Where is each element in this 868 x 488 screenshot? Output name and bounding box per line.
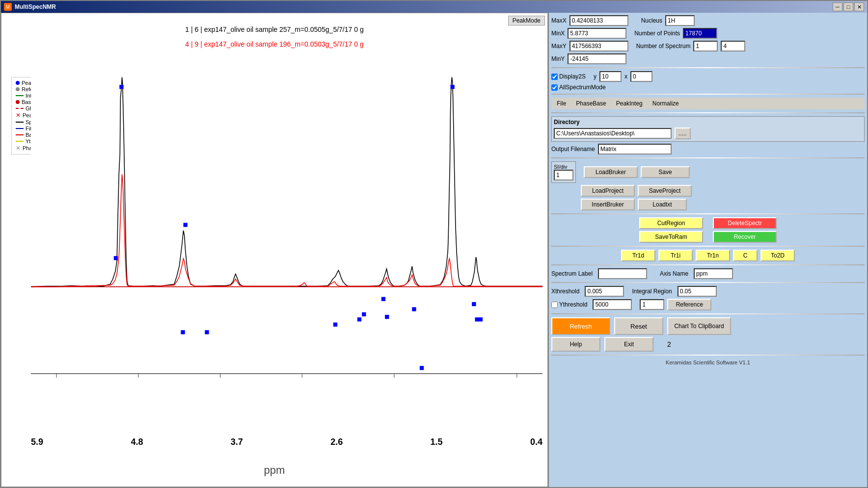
footer-text: Keramidas Scientific Software V1.1 <box>551 359 865 366</box>
load-bruker-button[interactable]: LoadBruker <box>584 166 638 178</box>
directory-path-row: ..... <box>554 128 862 139</box>
display2s-y-input[interactable] <box>599 71 622 82</box>
save-to-ram-button[interactable]: SaveToRam <box>639 231 703 243</box>
maxx-input[interactable] <box>570 15 628 26</box>
exit-button[interactable]: Exit <box>604 337 653 352</box>
divider-7 <box>551 264 865 265</box>
directory-title: Directory <box>554 119 862 126</box>
save-recover-row: SaveToRam Recover <box>551 231 865 243</box>
bottom-num: 2 <box>667 340 671 348</box>
allspectrum-check-label[interactable]: AllSpectrumMode <box>551 84 606 91</box>
cut-delete-row: CutRegion DeleteSpectr <box>551 217 865 229</box>
divider-6 <box>551 246 865 247</box>
display2s-x-input[interactable] <box>630 71 652 82</box>
menu-peakinteg[interactable]: PeakInteg <box>612 99 647 108</box>
reference-button[interactable]: Reference <box>667 299 711 310</box>
svg-rect-7 <box>181 330 185 334</box>
maxx-label: MaxX <box>551 17 567 24</box>
display2s-y-label: y <box>594 73 597 80</box>
maximize-button[interactable]: □ <box>843 2 853 11</box>
svg-rect-12 <box>381 297 385 301</box>
menu-normalize[interactable]: Normalize <box>648 99 683 108</box>
spectrum-label-input[interactable] <box>598 268 647 279</box>
loadtxt-button[interactable]: Loadtxt <box>638 199 687 210</box>
x-tick-6: 0.4 <box>530 437 542 447</box>
peak-mode-label: PeakMode <box>508 16 545 26</box>
legend-baseline-icon <box>16 134 24 135</box>
miny-label: MinY <box>551 55 565 62</box>
reset-button[interactable]: Reset <box>614 317 663 335</box>
recover-button[interactable]: Recover <box>713 231 777 243</box>
tr1d-button[interactable]: Tr1d <box>621 250 655 261</box>
miny-input[interactable] <box>568 53 626 64</box>
directory-group: Directory ..... <box>551 116 865 142</box>
save-button[interactable]: Save <box>641 166 690 178</box>
reference-field-input[interactable] <box>640 299 664 310</box>
refresh-button[interactable]: Refresh <box>551 317 610 335</box>
window-controls: ─ □ ✕ <box>833 2 864 11</box>
tr1n-button[interactable]: Tr1n <box>696 250 730 261</box>
menu-phasebase[interactable]: PhaseBase <box>571 99 610 108</box>
svg-rect-14 <box>412 307 416 311</box>
axis-name-input[interactable] <box>694 268 733 279</box>
title-bar: M MultiSpecNMR ─ □ ✕ <box>1 1 867 13</box>
max-x-row: MaxX Nucleus <box>551 15 865 26</box>
output-filename-row: Output Filename <box>551 144 865 154</box>
main-window: M MultiSpecNMR ─ □ ✕ PeakMode 1 | 6 | ex… <box>0 0 868 488</box>
maxy-input[interactable] <box>570 41 628 51</box>
ythreshold-checkbox[interactable] <box>551 302 558 308</box>
si-div-input[interactable] <box>554 170 573 180</box>
display2s-check-label[interactable]: Display2S <box>551 73 586 80</box>
integral-region-input[interactable] <box>678 286 717 297</box>
allspectrum-checkbox[interactable] <box>551 84 558 91</box>
svg-rect-17 <box>472 302 476 306</box>
minimize-button[interactable]: ─ <box>833 2 842 11</box>
content-area: PeakMode 1 | 6 | exp147_olive oil sample… <box>1 13 867 487</box>
cut-region-button[interactable]: CutRegion <box>639 217 703 229</box>
max-y-row: MaxY Number of Spectrum <box>551 41 865 51</box>
close-button[interactable]: ✕ <box>854 2 864 11</box>
svg-rect-10 <box>357 317 361 321</box>
insert-bruker-button[interactable]: InsertBruker <box>581 199 635 210</box>
ythreshold-input[interactable] <box>593 299 632 310</box>
directory-path-input[interactable] <box>554 128 672 139</box>
divider-10 <box>551 355 865 356</box>
divider-5 <box>551 213 865 214</box>
xthreshold-input[interactable] <box>585 286 624 297</box>
output-filename-input[interactable] <box>598 144 672 154</box>
svg-rect-2 <box>119 85 123 89</box>
maxy-label: MaxY <box>551 43 567 50</box>
ythreshold-check-label[interactable]: Ythreshold <box>551 301 587 308</box>
insert-loadtxt-row: InsertBruker Loadtxt <box>581 199 865 210</box>
legend-int-icon <box>16 95 24 96</box>
tr1i-button[interactable]: Tr1i <box>658 250 693 261</box>
num-spectrum-to-input[interactable] <box>721 41 745 51</box>
load-project-button[interactable]: LoadProject <box>581 185 635 197</box>
divider-3 <box>551 112 865 113</box>
divider-2 <box>551 94 865 95</box>
divider-8 <box>551 282 865 283</box>
svg-rect-18 <box>475 317 479 321</box>
browse-button[interactable]: ..... <box>675 128 691 139</box>
ythreshold-label: Ythreshold <box>559 301 587 308</box>
num-points-input[interactable] <box>683 28 717 39</box>
min-y-row: MinY <box>551 53 865 64</box>
display2s-checkbox[interactable] <box>551 74 558 80</box>
spectrum-label-label: Spectrum Label <box>551 270 593 277</box>
chart-clipboard-button[interactable]: Chart To ClipBoard <box>667 317 731 335</box>
divider-9 <box>551 313 865 314</box>
app-icon: M <box>4 3 12 11</box>
c-button[interactable]: C <box>733 250 758 261</box>
delete-spectr-button[interactable]: DeleteSpectr <box>713 217 777 229</box>
menu-file[interactable]: File <box>552 99 570 108</box>
legend-base-icon <box>16 100 20 104</box>
to2d-button[interactable]: To2D <box>760 250 795 261</box>
si-div-box: SI/div <box>551 161 576 183</box>
nucleus-input[interactable] <box>665 15 695 26</box>
minx-input[interactable] <box>568 28 626 39</box>
legend-peak-icon <box>16 81 20 85</box>
x-axis-label: ppm <box>1 464 547 477</box>
num-spectrum-from-input[interactable] <box>693 41 718 51</box>
help-button[interactable]: Help <box>551 337 600 352</box>
save-project-button[interactable]: SaveProject <box>638 185 692 197</box>
